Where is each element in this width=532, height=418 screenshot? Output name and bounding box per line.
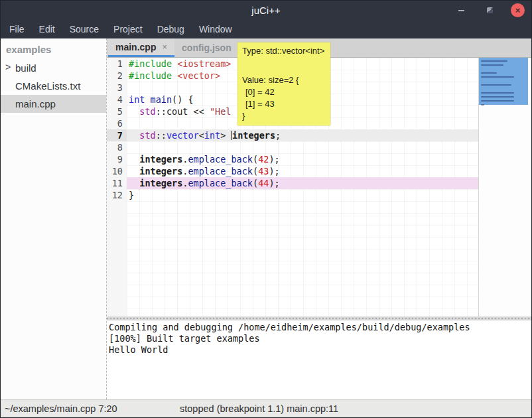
chevron-right-icon[interactable]: > (5, 62, 11, 72)
code-line[interactable]: std::vector<int> integers; (127, 129, 478, 141)
line-number[interactable]: 5 (107, 105, 127, 117)
code-token (145, 94, 150, 105)
code-token: () { (172, 94, 194, 105)
tooltip-item: [1] = 43 (242, 98, 324, 110)
output-panel[interactable]: Compiling and debugging /home/eidheim/ex… (107, 320, 531, 399)
maximize-button[interactable] (482, 3, 497, 18)
code-token: integers (232, 130, 275, 141)
line-number[interactable]: 6 (107, 117, 127, 129)
tab-main-cpp[interactable]: main.cpp × (108, 38, 174, 57)
code-token: :: (156, 106, 166, 117)
file-tree-sidebar: examples > build CMakeLists.txt main.cpp (1, 38, 107, 399)
project-name-header: examples (1, 38, 106, 59)
cursor-position-status: ~/examples/main.cpp 7:20 (5, 403, 117, 414)
minimap-line (481, 76, 514, 78)
code-token: ( (253, 154, 258, 165)
menu-item-project[interactable]: Project (106, 20, 150, 38)
minimap-line (481, 92, 514, 94)
code-token: main (151, 94, 172, 105)
menu-item-debug[interactable]: Debug (150, 20, 192, 38)
tooltip-item: [0] = 42 (242, 86, 324, 98)
minimap-line (481, 100, 514, 102)
code-line[interactable]: integers.emplace_back(42); (127, 153, 478, 165)
code-token: emplace_back (188, 154, 253, 165)
minimap-line (481, 60, 507, 62)
code-line[interactable] (127, 141, 478, 153)
code-line[interactable]: integers.emplace_back(43); (127, 165, 478, 177)
code-token: 42 (258, 154, 269, 165)
menu-item-source[interactable]: Source (62, 20, 106, 38)
line-number-gutter[interactable]: 123456789101112 (107, 58, 127, 316)
minimap-line (481, 104, 484, 105)
tooltip-type-line: Type: std::vector<int> (242, 45, 324, 57)
code-token: integers (139, 154, 182, 165)
line-number[interactable]: 8 (107, 141, 127, 153)
line-number[interactable]: 12 (107, 189, 127, 201)
code-token: << (188, 106, 210, 117)
line-number[interactable]: 4 (107, 94, 127, 105)
debug-tooltip: Type: std::vector<int> Value: size=2 { [… (237, 42, 330, 125)
tree-item-label: main.cpp (1, 98, 56, 109)
code-token: emplace_back (188, 166, 253, 176)
code-token: :: (156, 130, 166, 141)
code-token (129, 106, 139, 117)
code-token: "Hel (210, 106, 232, 117)
code-token: ); (269, 154, 279, 165)
minimize-button[interactable] (454, 3, 468, 18)
minimap-line (481, 96, 514, 98)
code-token: <iostream> (177, 58, 231, 69)
code-token (129, 166, 139, 176)
menu-item-file[interactable]: File (2, 20, 32, 38)
window-controls: × (454, 1, 525, 20)
code-token: cout (166, 106, 188, 117)
tooltip-close-brace: } (242, 110, 324, 122)
code-token: ( (253, 178, 258, 188)
tab-label: config.json (182, 42, 232, 53)
code-line[interactable]: } (127, 189, 478, 201)
code-token: std (139, 106, 155, 117)
minimap[interactable] (478, 58, 531, 316)
line-number[interactable]: 9 (107, 153, 127, 165)
menu-item-edit[interactable]: Edit (32, 20, 62, 38)
tab-config-json[interactable]: config.json (174, 38, 239, 57)
code-token: 44 (258, 178, 269, 188)
code-token: <vector> (177, 70, 220, 81)
minimap-line (481, 72, 497, 74)
close-icon: × (515, 6, 521, 15)
output-line: [100%] Built target examples (109, 333, 531, 344)
code-token (172, 70, 177, 81)
minimap-line (481, 84, 511, 86)
tree-item-build[interactable]: > build (1, 59, 106, 77)
tree-item-main-cpp[interactable]: main.cpp (1, 95, 106, 113)
code-token (129, 154, 139, 165)
tab-close-icon[interactable]: × (162, 42, 167, 52)
close-button[interactable]: × (511, 3, 525, 17)
debug-status: stopped (breakpoint 1.1) main.cpp:11 (180, 403, 338, 414)
line-number[interactable]: 2 (107, 70, 127, 82)
output-line: Hello World (109, 344, 531, 356)
line-number[interactable]: 7 (107, 129, 127, 141)
minimap-viewport-indicator[interactable] (479, 58, 528, 105)
code-token: #include (129, 58, 172, 69)
line-number[interactable]: 1 (107, 58, 127, 70)
maximize-icon (487, 7, 493, 13)
menu-item-window[interactable]: Window (192, 20, 239, 38)
code-token: ); (269, 166, 279, 176)
titlebar[interactable]: juCi++ × (1, 1, 531, 20)
output-line: Compiling and debugging /home/eidheim/ex… (109, 322, 531, 333)
tab-label: main.cpp (115, 42, 156, 52)
tree-item-cmakelists[interactable]: CMakeLists.txt (1, 77, 106, 95)
line-number[interactable]: 11 (107, 177, 127, 189)
code-token: 43 (258, 166, 269, 176)
line-number[interactable]: 3 (107, 82, 127, 94)
code-line[interactable]: integers.emplace_back(44); (127, 177, 478, 189)
code-token: std (139, 130, 155, 141)
code-token: integers (139, 178, 182, 188)
minimize-icon (458, 10, 464, 11)
statusbar: ~/examples/main.cpp 7:20 stopped (breakp… (1, 399, 531, 417)
tree-item-label: CMakeLists.txt (1, 80, 80, 92)
code-token: int (204, 130, 220, 141)
window-title: juCi++ (251, 5, 280, 16)
code-token: int (129, 94, 145, 105)
line-number[interactable]: 10 (107, 165, 127, 177)
